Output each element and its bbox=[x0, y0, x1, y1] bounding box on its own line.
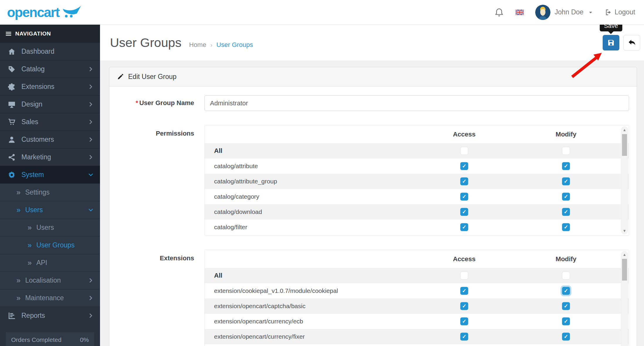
access-checkbox[interactable] bbox=[460, 147, 468, 155]
submenu-bullet-icon: » bbox=[28, 242, 32, 249]
modify-checkbox[interactable] bbox=[562, 333, 570, 341]
sidebar-item-design[interactable]: Design bbox=[0, 95, 100, 113]
breadcrumb-current-link[interactable]: User Groups bbox=[216, 41, 253, 49]
breadcrumb-separator-icon: › bbox=[210, 42, 212, 48]
permission-name: extension/cookiepal_v1.0.7/module/cookie… bbox=[205, 287, 338, 294]
access-checkbox[interactable] bbox=[460, 333, 468, 341]
tag-icon bbox=[8, 65, 16, 73]
vertical-scrollbar[interactable]: ▲▼ bbox=[621, 251, 628, 346]
sidebar-item-localisation[interactable]: »Localisation bbox=[0, 271, 100, 289]
home-icon bbox=[8, 48, 16, 56]
permission-name: catalog/category bbox=[205, 193, 259, 200]
chevron-down-icon bbox=[88, 172, 94, 178]
sidebar-item-reports[interactable]: Reports bbox=[0, 307, 100, 324]
sidebar-item-settings[interactable]: »Settings bbox=[0, 183, 100, 201]
access-checkbox[interactable] bbox=[460, 287, 468, 295]
table-row: catalog/category bbox=[205, 189, 629, 204]
modify-checkbox[interactable] bbox=[562, 193, 570, 201]
scrollbar-thumb[interactable] bbox=[622, 259, 627, 281]
sidebar-item-users[interactable]: »Users bbox=[0, 201, 100, 219]
submenu-bullet-icon: » bbox=[16, 277, 21, 284]
user-group-name-input[interactable] bbox=[204, 95, 629, 111]
modify-checkbox[interactable] bbox=[562, 208, 570, 216]
logo-text: opencart bbox=[7, 4, 59, 20]
back-button[interactable] bbox=[623, 35, 640, 50]
table-row: catalog/filter bbox=[205, 220, 629, 235]
sidebar-item-dashboard[interactable]: Dashboard bbox=[0, 43, 100, 60]
access-checkbox[interactable] bbox=[460, 193, 468, 201]
required-asterisk: * bbox=[135, 99, 138, 107]
share-icon bbox=[8, 153, 16, 161]
modify-checkbox[interactable] bbox=[562, 223, 570, 231]
sidebar-item-users[interactable]: »Users bbox=[0, 219, 100, 236]
access-checkbox[interactable] bbox=[460, 272, 468, 280]
save-tooltip: Save bbox=[600, 25, 623, 31]
sidebar-item-label: System bbox=[21, 171, 44, 179]
user-menu[interactable]: John Doe bbox=[535, 5, 593, 20]
sidebar-item-label: Design bbox=[21, 100, 43, 108]
sidebar-item-label: Sales bbox=[21, 118, 38, 126]
modify-checkbox[interactable] bbox=[562, 178, 570, 185]
access-checkbox[interactable] bbox=[460, 178, 468, 185]
sidebar-menu: DashboardCatalogExtensionsDesignSalesCus… bbox=[0, 43, 100, 324]
logout-button[interactable]: Logout bbox=[605, 8, 635, 16]
page-title: User Groups bbox=[110, 36, 182, 50]
sidebar-item-label: Maintenance bbox=[25, 294, 64, 302]
modify-checkbox[interactable] bbox=[562, 272, 570, 280]
language-flag-icon[interactable] bbox=[515, 9, 524, 15]
sidebar-item-label: Localisation bbox=[25, 276, 61, 284]
chevron-right-icon bbox=[88, 102, 94, 107]
chevron-right-icon bbox=[88, 66, 94, 72]
modify-checkbox[interactable] bbox=[562, 147, 570, 155]
logout-icon bbox=[605, 9, 612, 16]
panel-header: Edit User Group bbox=[109, 67, 637, 87]
navigation-header: NAVIGATION bbox=[0, 25, 100, 43]
breadcrumb-home-link[interactable]: Home bbox=[189, 41, 206, 49]
sidebar-item-api[interactable]: »API bbox=[0, 254, 100, 271]
permissions-table: AccessModifyAllcatalog/attributecatalog/… bbox=[204, 125, 629, 236]
permissions-label: Permissions bbox=[109, 125, 194, 236]
save-button[interactable]: Save bbox=[603, 35, 619, 50]
sidebar-item-label: Reports bbox=[21, 312, 45, 320]
sidebar-item-maintenance[interactable]: »Maintenance bbox=[0, 289, 100, 307]
scrollbar-thumb[interactable] bbox=[622, 134, 627, 156]
page-header: User Groups Home › User Groups Save bbox=[100, 25, 644, 60]
sidebar-item-user-groups[interactable]: »User Groups bbox=[0, 236, 100, 254]
sidebar-item-label: Extensions bbox=[21, 83, 55, 91]
sidebar-item-extensions[interactable]: Extensions bbox=[0, 78, 100, 95]
modify-checkbox[interactable] bbox=[562, 302, 570, 310]
sidebar-item-catalog[interactable]: Catalog bbox=[0, 60, 100, 78]
access-checkbox[interactable] bbox=[460, 318, 468, 325]
notifications-bell-icon[interactable] bbox=[494, 7, 504, 17]
access-checkbox[interactable] bbox=[460, 302, 468, 310]
extensions-table: AccessModifyAllextension/cookiepal_v1.0.… bbox=[204, 250, 629, 346]
modify-checkbox[interactable] bbox=[562, 287, 570, 295]
modify-checkbox[interactable] bbox=[562, 318, 570, 325]
save-icon bbox=[607, 39, 615, 47]
chevron-down-icon bbox=[88, 207, 94, 213]
scroll-up-arrow[interactable]: ▲ bbox=[621, 252, 628, 257]
vertical-scrollbar[interactable]: ▲▼ bbox=[621, 126, 628, 234]
orders-completed-widget: Orders Completed 0% bbox=[6, 332, 94, 346]
permission-name: catalog/attribute_group bbox=[205, 178, 277, 185]
stat-label: Orders Completed bbox=[11, 336, 62, 343]
chevron-right-icon bbox=[88, 154, 94, 160]
table-row: catalog/attribute_group bbox=[205, 174, 629, 189]
access-checkbox[interactable] bbox=[460, 162, 468, 170]
permission-name: extension/opencart/captcha/basic bbox=[205, 303, 306, 310]
user-group-name-label: *User Group Name bbox=[109, 95, 194, 111]
chevron-right-icon bbox=[88, 295, 94, 301]
table-row: extension/cookiepal_v1.0.7/module/cookie… bbox=[205, 283, 629, 298]
scroll-down-arrow[interactable]: ▼ bbox=[621, 229, 628, 233]
sidebar-item-sales[interactable]: Sales bbox=[0, 113, 100, 131]
access-checkbox[interactable] bbox=[460, 223, 468, 231]
sidebar-item-system[interactable]: System bbox=[0, 166, 100, 183]
modify-checkbox[interactable] bbox=[562, 162, 570, 170]
gear-icon bbox=[8, 171, 16, 179]
scroll-up-arrow[interactable]: ▲ bbox=[621, 128, 628, 132]
sidebar-item-marketing[interactable]: Marketing bbox=[0, 148, 100, 166]
opencart-logo[interactable]: opencart bbox=[7, 4, 82, 20]
access-checkbox[interactable] bbox=[460, 208, 468, 216]
modify-column-header: Modify bbox=[556, 255, 577, 263]
sidebar-item-customers[interactable]: Customers bbox=[0, 131, 100, 148]
